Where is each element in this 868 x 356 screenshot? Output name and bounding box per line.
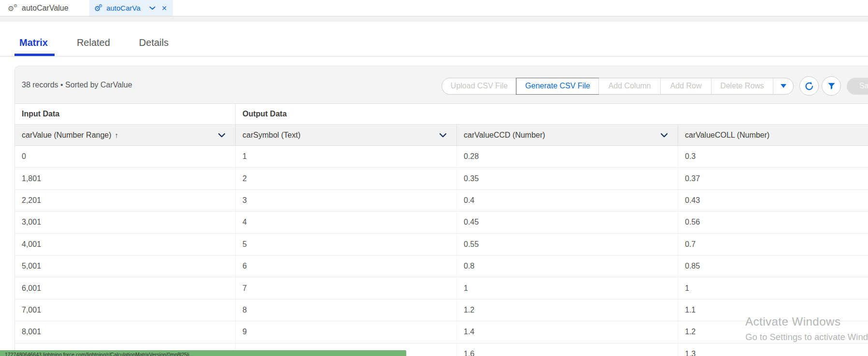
table-cell[interactable]: 0.37 — [678, 168, 868, 189]
table-cell[interactable]: 1.3 — [678, 343, 868, 356]
table-row[interactable]: 5,00160.80.85 — [15, 256, 868, 277]
filter-funnel-icon — [827, 82, 836, 91]
table-cell[interactable]: 4,001 — [15, 234, 236, 255]
group-header-output-data: Output Data — [236, 104, 868, 124]
table-cell[interactable]: 0.28 — [457, 146, 678, 167]
tab-close-button[interactable]: ✕ — [160, 3, 168, 13]
save-button: Save — [847, 78, 868, 95]
column-header-label: carValue (Number Range) — [22, 131, 112, 140]
table-row[interactable]: 6,001711 — [15, 277, 868, 299]
refresh-button[interactable] — [799, 76, 819, 96]
table-cell[interactable]: 2,201 — [15, 190, 236, 211]
table-cell[interactable]: 0 — [15, 146, 236, 167]
column-header-label: carValueCCD (Number) — [464, 131, 545, 140]
table-cell[interactable]: 8 — [236, 299, 457, 321]
chevron-down-icon — [439, 133, 447, 138]
table-cell[interactable]: 6,001 — [15, 277, 236, 299]
table-cell[interactable]: 1.2 — [678, 321, 868, 342]
table-cell[interactable]: 0.45 — [457, 212, 678, 233]
triangle-down-icon — [781, 84, 786, 88]
link-status-bar: 1727480646643.lightning.force.com/lightn… — [0, 350, 406, 356]
table-cell[interactable]: 0.7 — [678, 234, 868, 255]
table-cell[interactable]: 1,801 — [15, 168, 236, 189]
matrix-card: 38 records • Sorted by CarValue Upload C… — [14, 66, 868, 356]
add-row-button: Add Row — [660, 78, 711, 94]
tab-matrix[interactable]: Matrix — [19, 37, 48, 56]
tab-actions-chevron-button[interactable] — [148, 5, 157, 11]
table-row[interactable]: 4,00150.550.7 — [15, 234, 868, 256]
group-header-input-data: Input Data — [15, 104, 236, 124]
column-menu-chevron-button[interactable] — [658, 131, 670, 140]
column-menu-chevron-button[interactable] — [216, 131, 228, 140]
delete-rows-button: Delete Rows — [711, 78, 773, 94]
setup-gears-icon: ⚙⚙ — [94, 4, 102, 13]
records-summary: 38 records • Sorted by CarValue — [22, 81, 132, 89]
record-tabs: Matrix Related Details — [0, 22, 868, 57]
table-cell[interactable]: 3 — [236, 190, 457, 211]
more-actions-dropdown-button[interactable] — [773, 78, 793, 94]
table-cell[interactable]: 6 — [236, 256, 457, 277]
table-cell[interactable]: 0.4 — [457, 190, 678, 211]
table-cell[interactable]: 0.55 — [457, 234, 678, 255]
table-cell[interactable]: 2 — [236, 168, 457, 189]
table-row[interactable]: 2,20130.40.43 — [15, 190, 868, 212]
table-group-header-row: Input Data Output Data — [15, 104, 868, 125]
table-row[interactable]: 1,80120.350.37 — [15, 168, 868, 189]
table-cell[interactable]: 7 — [236, 277, 457, 299]
table-cell[interactable]: 1.2 — [457, 299, 678, 321]
close-icon: ✕ — [161, 4, 167, 12]
workspace-home-item[interactable]: ⚙⚙ autoCarValue — [8, 4, 69, 13]
add-column-button: Add Column — [598, 78, 660, 94]
status-url-text: 1727480646643.lightning.force.com/lightn… — [0, 350, 406, 356]
table-cell[interactable]: 3,001 — [15, 212, 236, 233]
table-cell[interactable]: 1.6 — [457, 343, 678, 356]
table-row[interactable]: 7,00181.21.1 — [15, 299, 868, 321]
column-header-carsymbol[interactable]: carSymbol (Text) — [236, 125, 457, 145]
table-cell[interactable]: 7,001 — [15, 299, 236, 321]
table-cell[interactable]: 1 — [236, 146, 457, 167]
table-cell[interactable]: 5 — [236, 234, 457, 255]
page-background-strip — [0, 16, 868, 22]
refresh-icon — [804, 81, 814, 91]
table-cell[interactable]: 4 — [236, 212, 457, 233]
table-cell[interactable]: 1.4 — [457, 321, 678, 342]
table-cell[interactable]: 5,001 — [15, 256, 236, 277]
workspace-home-label: autoCarValue — [22, 4, 69, 13]
column-header-carvalueccd[interactable]: carValueCCD (Number) — [457, 125, 678, 145]
column-header-label: carValueCOLL (Number) — [685, 131, 769, 140]
column-header-carvalue[interactable]: carValue (Number Range) ↑ — [15, 125, 236, 145]
table-cell[interactable]: 1 — [457, 277, 678, 299]
column-header-carvaluecoll[interactable]: carValueCOLL (Number) — [678, 125, 868, 145]
table-cell[interactable]: 0.3 — [678, 146, 868, 167]
table-row[interactable]: 3,00140.450.56 — [15, 212, 868, 233]
matrix-toolbar: 38 records • Sorted by CarValue Upload C… — [15, 66, 868, 104]
table-row[interactable]: 8,00191.41.2 — [15, 321, 868, 343]
table-row[interactable]: 010.280.3 — [15, 146, 868, 168]
table-cell[interactable]: 0.8 — [457, 256, 678, 277]
column-header-label: carSymbol (Text) — [242, 131, 300, 140]
workspace-tab-label: autoCarVa... — [106, 4, 141, 12]
tab-details[interactable]: Details — [139, 37, 169, 56]
table-cell[interactable]: 0.56 — [678, 212, 868, 233]
column-menu-chevron-button[interactable] — [437, 131, 449, 140]
table-cell[interactable]: 0.43 — [678, 190, 868, 211]
table-cell[interactable]: 8,001 — [15, 321, 236, 342]
chevron-down-icon — [149, 6, 156, 10]
table-body: 010.280.31,80120.350.372,20130.40.433,00… — [15, 146, 868, 356]
generate-csv-button[interactable]: Generate CSV File — [516, 78, 598, 94]
workspace-active-tab[interactable]: ⚙⚙ autoCarVa... ✕ — [89, 0, 173, 16]
toolbar-actions: Upload CSV File Generate CSV File Add Co… — [441, 76, 868, 96]
workspace-tab-bar: ⚙⚙ autoCarValue ⚙⚙ autoCarVa... ✕ — [0, 0, 868, 16]
tab-related[interactable]: Related — [77, 37, 110, 56]
table-column-header-row: carValue (Number Range) ↑ carSymbol (Tex… — [15, 125, 868, 146]
table-cell[interactable]: 9 — [236, 321, 457, 342]
setup-gears-icon: ⚙⚙ — [8, 4, 17, 13]
sort-ascending-icon: ↑ — [115, 131, 119, 139]
table-cell[interactable]: 0.85 — [678, 256, 868, 277]
filter-button[interactable] — [822, 76, 841, 96]
toolbar-button-group: Upload CSV File Generate CSV File Add Co… — [441, 78, 794, 95]
table-cell[interactable]: 0.35 — [457, 168, 678, 189]
table-cell[interactable]: 1 — [678, 277, 868, 299]
upload-csv-button: Upload CSV File — [442, 78, 516, 94]
table-cell[interactable]: 1.1 — [678, 299, 868, 321]
